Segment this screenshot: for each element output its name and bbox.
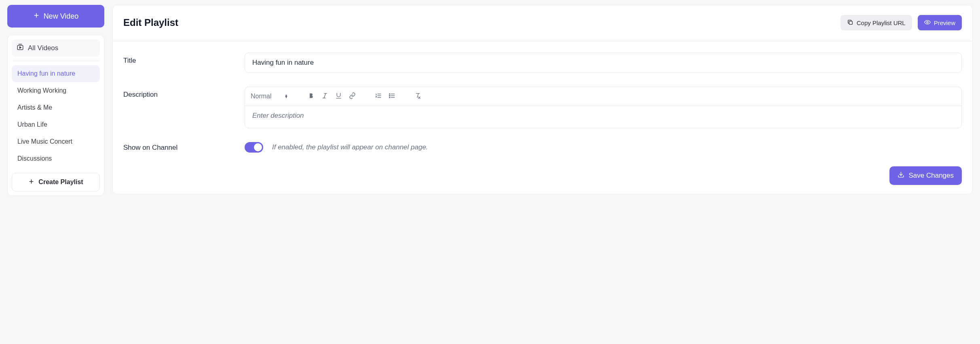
svg-point-19: [389, 95, 390, 96]
playlist-list: Having fun in natureWorking WorkingArtis…: [12, 65, 100, 167]
show-on-channel-label: Show on Channel: [123, 143, 245, 152]
link-button[interactable]: [346, 90, 358, 102]
unordered-list-button[interactable]: [386, 90, 398, 102]
sidebar-playlist-item[interactable]: Working Working: [12, 82, 100, 99]
new-video-button[interactable]: New Video: [7, 5, 104, 28]
plus-icon: [28, 178, 34, 186]
sidebar-playlist-item[interactable]: Urban Life: [12, 116, 100, 133]
form-footer: Save Changes: [123, 166, 962, 185]
sidebar-playlist-item[interactable]: Artists & Me: [12, 99, 100, 116]
link-icon: [349, 92, 356, 101]
video-library-icon: [17, 43, 24, 53]
editor-toolbar: Normal ▲▼: [245, 87, 961, 106]
clear-format-button[interactable]: [412, 90, 424, 102]
svg-rect-6: [849, 21, 852, 24]
create-playlist-button[interactable]: Create Playlist: [12, 173, 100, 191]
svg-point-20: [389, 97, 390, 98]
sidebar-playlist-item[interactable]: Having fun in nature: [12, 65, 100, 82]
copy-icon: [847, 19, 853, 27]
show-on-channel-toggle[interactable]: [245, 142, 263, 153]
all-videos-label: All Videos: [28, 44, 58, 52]
save-changes-button[interactable]: Save Changes: [889, 166, 962, 185]
format-select-label: Normal: [251, 93, 272, 100]
svg-point-7: [927, 21, 928, 23]
description-placeholder: Enter description: [252, 112, 304, 119]
show-on-channel-help: If enabled, the playlist will appear on …: [272, 143, 428, 151]
show-on-channel-row: Show on Channel If enabled, the playlist…: [123, 142, 962, 153]
description-row: Description Normal ▲▼: [123, 87, 962, 128]
create-playlist-label: Create Playlist: [38, 178, 83, 186]
bold-icon: [308, 92, 315, 101]
plus-icon: [33, 12, 40, 21]
italic-icon: [321, 92, 328, 101]
save-icon: [898, 171, 904, 180]
sidebar-playlist-item[interactable]: Live Music Concert: [12, 133, 100, 150]
underline-button[interactable]: [332, 90, 344, 102]
main-header: Edit Playlist Copy Playlist URL Preview: [123, 15, 962, 30]
new-video-label: New Video: [44, 12, 79, 21]
svg-line-10: [324, 93, 325, 98]
sidebar: New Video All Videos Having fun in natur…: [7, 5, 104, 196]
preview-button[interactable]: Preview: [918, 15, 962, 30]
sidebar-card: All Videos Having fun in natureWorking W…: [7, 35, 104, 196]
title-input[interactable]: [245, 53, 962, 73]
title-row: Title: [123, 53, 962, 73]
page-title: Edit Playlist: [123, 17, 178, 28]
description-input[interactable]: Enter description: [245, 106, 961, 128]
title-label: Title: [123, 53, 245, 73]
bold-button[interactable]: [305, 90, 317, 102]
svg-marker-3: [20, 47, 21, 49]
toggle-knob: [254, 143, 262, 151]
unordered-list-icon: [389, 92, 395, 101]
underline-icon: [335, 92, 342, 101]
sidebar-playlist-item[interactable]: Discussions: [12, 150, 100, 167]
ordered-list-button[interactable]: [372, 90, 384, 102]
header-divider: [113, 41, 972, 41]
copy-playlist-url-label: Copy Playlist URL: [857, 19, 906, 26]
description-label: Description: [123, 87, 245, 128]
main-panel: Edit Playlist Copy Playlist URL Preview: [112, 5, 973, 194]
svg-point-18: [389, 93, 390, 94]
format-select[interactable]: Normal ▲▼: [251, 93, 291, 100]
select-arrows-icon: ▲▼: [285, 94, 288, 98]
eye-icon: [924, 19, 931, 27]
all-videos-nav[interactable]: All Videos: [12, 39, 100, 57]
save-changes-label: Save Changes: [908, 172, 954, 180]
ordered-list-icon: [375, 92, 382, 101]
preview-label: Preview: [934, 19, 955, 26]
clear-format-icon: [414, 92, 421, 101]
italic-button[interactable]: [319, 90, 331, 102]
header-actions: Copy Playlist URL Preview: [841, 15, 962, 30]
description-editor: Normal ▲▼: [245, 87, 962, 128]
sidebar-divider: [13, 61, 99, 61]
copy-playlist-url-button[interactable]: Copy Playlist URL: [841, 15, 912, 30]
